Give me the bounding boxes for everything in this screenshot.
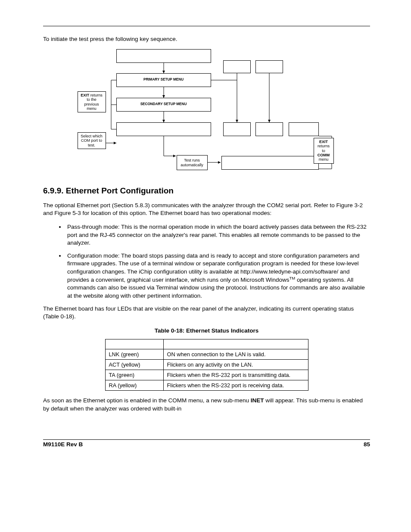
key-sequence-diagram: PRIMARY SETUP MENU SECONDARY SETUP MENU … bbox=[78, 48, 336, 177]
table-row: ACT (yellow) Flickers on any activity on… bbox=[105, 360, 308, 370]
page-footer: M9110E Rev B 85 bbox=[43, 439, 370, 448]
table-caption: Table 0-18: Ethernet Status Indicators bbox=[43, 327, 370, 334]
intro-text: To initiate the test press the following… bbox=[43, 36, 370, 42]
led-cell: RA (yellow) bbox=[105, 380, 163, 391]
fn-cell: Flickers when the RS-232 port is transmi… bbox=[163, 370, 308, 380]
list-item: Pass-through mode: This is the normal op… bbox=[65, 223, 370, 247]
secondary-label: SECONDARY SETUP MENU bbox=[136, 102, 192, 106]
test-runs-label: Test runs automatically bbox=[179, 158, 206, 168]
menu-box bbox=[116, 122, 211, 136]
para-2: The Ethernet board has four LEDs that ar… bbox=[43, 305, 370, 320]
test-runs-box: Test runs automatically bbox=[177, 155, 208, 170]
footer-doc-id: M9110E Rev B bbox=[43, 441, 83, 448]
table-header-fn bbox=[163, 339, 308, 349]
para-1: The optional Ethernet port (Section 5.8.… bbox=[43, 202, 370, 217]
menu-box bbox=[116, 49, 211, 63]
list-item: Configuration mode: The board stops pass… bbox=[65, 252, 370, 300]
page: To initiate the test press the following… bbox=[0, 0, 411, 532]
menu-box bbox=[255, 60, 283, 73]
menu-box bbox=[255, 122, 283, 136]
footer-page-number: 85 bbox=[364, 441, 370, 448]
table-header-led bbox=[105, 339, 163, 349]
header-rule bbox=[43, 26, 370, 26]
led-cell: LNK (green) bbox=[105, 349, 163, 360]
para-3: As soon as the Ethernet option is enable… bbox=[43, 397, 370, 412]
table-row: TA (green) Flickers when the RS-232 port… bbox=[105, 370, 308, 380]
fn-cell: Flickers on any activity on the LAN. bbox=[163, 360, 308, 370]
led-cell: TA (green) bbox=[105, 370, 163, 380]
led-cell: ACT (yellow) bbox=[105, 360, 163, 370]
note-select-com: Select which COM port to test. bbox=[78, 132, 106, 149]
table-header-row bbox=[105, 339, 308, 349]
menu-box bbox=[223, 60, 251, 73]
fn-cell: Flickers when the RS-232 port is receivi… bbox=[163, 380, 308, 391]
ethernet-status-table: LNK (green) ON when connection to the LA… bbox=[105, 339, 308, 391]
section-heading: 6.9.9. Ethernet Port Configuration bbox=[43, 186, 370, 196]
menu-box bbox=[221, 156, 319, 170]
menu-box bbox=[289, 122, 319, 136]
menu-box bbox=[223, 122, 251, 136]
note-exit-comm: EXIT returns to COMM menu bbox=[314, 138, 334, 164]
modes-list: Pass-through mode: This is the normal op… bbox=[43, 223, 370, 299]
fn-cell: ON when connection to the LAN is valid. bbox=[163, 349, 308, 360]
primary-label: PRIMARY SETUP MENU bbox=[136, 78, 192, 81]
table-row: LNK (green) ON when connection to the LA… bbox=[105, 349, 308, 360]
footer-rule bbox=[43, 439, 370, 440]
note-exit-prev: EXIT returns to the previous menu bbox=[78, 91, 106, 112]
table-row: RA (yellow) Flickers when the RS-232 por… bbox=[105, 380, 308, 391]
